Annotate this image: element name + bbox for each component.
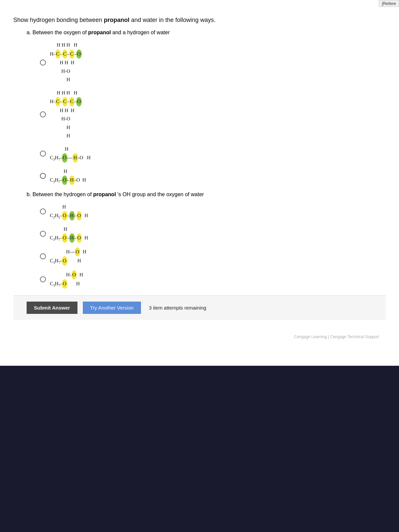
- option-b2-formula: H C3H7-O-H-O H: [50, 225, 88, 243]
- propanol-bold-1: propanol: [104, 17, 129, 23]
- option-a1-row: H H H H H-C-C-C-O H H H H-O H: [40, 41, 386, 84]
- option-a3-formula: H C3H7-O---H-O H: [50, 145, 90, 163]
- part-b-label: b. Between the hydrogen of propanol 's O…: [27, 192, 386, 198]
- cengage-support-link[interactable]: Cengage Technical Support: [330, 334, 379, 339]
- option-b4-formula: H-O H C3H7-O H: [50, 270, 83, 289]
- option-a1-radio[interactable]: [40, 60, 46, 66]
- option-b4-row: H-O H C3H7-O H: [40, 270, 386, 289]
- main-content: [Refere Show hydrogen bonding between pr…: [0, 0, 399, 366]
- referer-badge: [Refere: [379, 0, 399, 7]
- option-b3-formula: H---O H C3H7-O H: [50, 247, 86, 266]
- option-a4-row: H C3H7-O-H-O H: [40, 167, 386, 185]
- option-b1-radio[interactable]: [40, 208, 46, 214]
- part-a-options: H H H H H-C-C-C-O H H H H-O H H H H H H-…: [40, 41, 386, 185]
- option-a4-formula: H C3H7-O-H-O H: [50, 167, 86, 185]
- option-b3-radio[interactable]: [40, 253, 46, 259]
- option-b2-radio[interactable]: [40, 231, 46, 237]
- option-b2-row: H C3H7-O-H-O H: [40, 225, 386, 243]
- option-a3-row: H C3H7-O---H-O H: [40, 145, 386, 163]
- option-a4-radio[interactable]: [40, 173, 46, 179]
- option-a1-formula: H H H H H-C-C-C-O H H H H-O H: [50, 41, 82, 84]
- option-b4-radio[interactable]: [40, 276, 46, 282]
- attempts-remaining: 3 item attempts remaining: [149, 305, 206, 311]
- propanol-bold-2: propanol: [88, 30, 111, 35]
- propanol-bold-3: propanol: [93, 192, 116, 197]
- option-b1-formula: H C2H5-O-H-O H: [50, 203, 88, 220]
- action-bar: Submit Answer Try Another Version 3 item…: [13, 295, 386, 320]
- part-b-options: H C2H5-O-H-O H H C3H7-O-H-O H: [40, 203, 386, 289]
- option-a2-row: H H H H H-C-C-C-O H H H H-O H H: [40, 89, 386, 140]
- cengage-learning-link[interactable]: Cengage Learning: [294, 334, 327, 339]
- option-b3-row: H---O H C3H7-O H: [40, 247, 386, 266]
- question-title: Show hydrogen bonding between propanol a…: [13, 17, 386, 24]
- submit-button[interactable]: Submit Answer: [27, 302, 77, 314]
- option-a2-formula: H H H H H-C-C-C-O H H H H-O H H: [50, 89, 82, 140]
- dark-bottom-area: [0, 366, 399, 492]
- option-a3-radio[interactable]: [40, 151, 46, 157]
- part-a-label: a. Between the oxygen of propanol and a …: [27, 30, 386, 36]
- cengage-footer: Cengage Learning | Cengage Technical Sup…: [294, 334, 379, 339]
- option-a2-radio[interactable]: [40, 111, 46, 117]
- option-b1-row: H C2H5-O-H-O H: [40, 203, 386, 220]
- try-another-button[interactable]: Try Another Version: [83, 302, 141, 314]
